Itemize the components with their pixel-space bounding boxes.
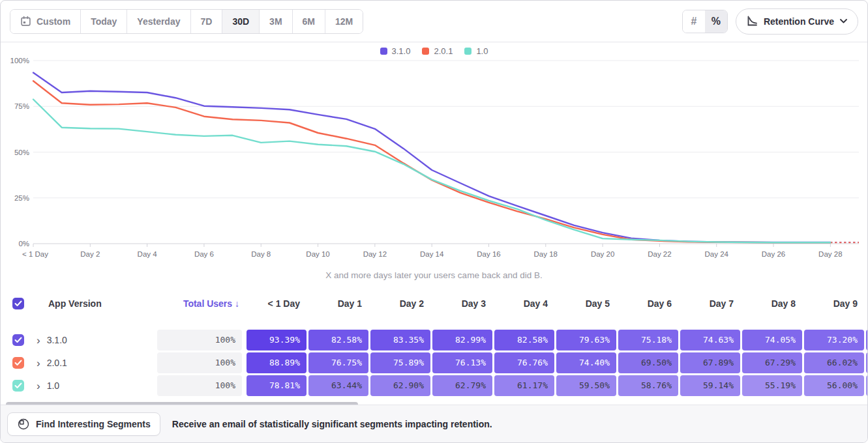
retention-cell[interactable]: 67.89% (680, 352, 740, 373)
legend-item-1.0[interactable]: 1.0 (464, 46, 488, 56)
row-checkbox-3.1.0[interactable] (12, 334, 24, 346)
app-version-label: 2.0.1 (47, 358, 67, 368)
total-users-cell: 100% (157, 352, 242, 373)
retention-cell[interactable]: 75.18% (618, 330, 678, 350)
select-all-checkbox[interactable] (12, 298, 24, 309)
row-checkbox-1.0[interactable] (12, 380, 24, 392)
total-users-cell: 100% (157, 330, 242, 350)
chart-section: 3.1.02.0.11.0 0%25%50%75%100%< 1 DayDay … (1, 42, 867, 287)
retention-cell[interactable]: 74.40% (556, 352, 616, 373)
x-axis-label: Day 2 (80, 250, 100, 258)
check-icon (14, 300, 22, 307)
column-header-day-9[interactable]: Day 9 (802, 298, 864, 309)
x-axis-label: Day 8 (251, 250, 271, 258)
expand-row-chevron[interactable]: › (37, 335, 40, 346)
date-range-3m[interactable]: 3M (260, 10, 292, 33)
footer-bar: Find Interesting Segments Receive an ema… (1, 405, 867, 442)
footer-message: Receive an email of statistically signif… (172, 419, 492, 429)
retention-cell[interactable]: 63.44% (308, 375, 368, 396)
retention-cell[interactable]: 56.00% (804, 375, 864, 396)
column-header-day-1[interactable]: Day 1 (307, 298, 368, 309)
column-header-day-2[interactable]: Day 2 (368, 298, 430, 309)
retention-cell[interactable]: 82.58% (494, 330, 554, 350)
x-axis-label: Day 4 (138, 250, 158, 258)
y-axis-label: 50% (14, 149, 29, 156)
line-series-1.0[interactable] (33, 100, 830, 243)
column-header-day-4[interactable]: Day 4 (492, 298, 554, 309)
x-axis-label: Day 10 (306, 250, 329, 258)
check-icon (14, 360, 22, 366)
column-header-day-6[interactable]: Day 6 (616, 298, 678, 309)
row-checkbox-2.0.1[interactable] (12, 357, 24, 369)
retention-cell[interactable]: 88.89% (247, 352, 307, 373)
chart-legend: 3.1.02.0.11.0 (1, 46, 867, 56)
legend-label: 2.0.1 (434, 46, 453, 56)
legend-item-3.1.0[interactable]: 3.1.0 (380, 46, 411, 56)
retention-cell[interactable]: 58.76% (618, 375, 678, 396)
retention-cell[interactable]: 78.81% (247, 375, 307, 396)
retention-cell[interactable]: 93.39% (247, 330, 307, 350)
x-axis-label: Day 28 (818, 250, 842, 258)
column-header-day-5[interactable]: Day 5 (554, 298, 616, 309)
retention-cell[interactable]: 82.99% (432, 330, 492, 350)
x-axis-label: Day 20 (591, 250, 614, 258)
retention-cell[interactable]: 59.14% (680, 375, 740, 396)
date-range-12m[interactable]: 12M (325, 10, 363, 33)
chevron-down-icon (840, 19, 847, 23)
table-row-2.0.1: ›2.0.1100%88.89%76.75%75.89%76.13%76.76%… (1, 352, 867, 373)
date-range-custom[interactable]: Custom (10, 10, 81, 33)
chart-type-dropdown[interactable]: Retention Curve (736, 8, 858, 35)
legend-label: 3.1.0 (392, 46, 411, 56)
retention-cell[interactable]: 79.63% (556, 330, 616, 350)
retention-cell[interactable]: 55.19% (742, 375, 802, 396)
app-version-label: 1.0 (47, 380, 59, 391)
line-series-2.0.1[interactable] (33, 81, 830, 242)
expand-row-chevron[interactable]: › (37, 380, 40, 392)
date-range-today[interactable]: Today (81, 10, 127, 33)
retention-cell[interactable]: 74.63% (680, 330, 740, 350)
date-range-6m[interactable]: 6M (293, 10, 325, 33)
retention-report: CustomTodayYesterday7D30D3M6M12M #% Rete… (0, 0, 868, 443)
date-range-30d[interactable]: 30D (222, 10, 260, 33)
retention-cell[interactable]: 73.20% (804, 330, 864, 350)
retention-cell[interactable]: 76.75% (308, 352, 368, 373)
retention-cell[interactable]: 75.89% (370, 352, 430, 373)
retention-cell[interactable]: 76.13% (432, 352, 492, 373)
find-interesting-segments-button[interactable]: Find Interesting Segments (7, 412, 160, 436)
retention-table: App Version Total Users ↓ < 1 DayDay 1Da… (1, 287, 867, 412)
legend-swatch (380, 48, 387, 55)
line-series-3.1.0[interactable] (33, 73, 830, 242)
find-interesting-segments-label: Find Interesting Segments (36, 419, 151, 429)
percentage-toggle[interactable]: % (705, 10, 727, 33)
date-range-7d[interactable]: 7D (191, 10, 223, 33)
check-icon (14, 382, 22, 389)
date-range-yesterday[interactable]: Yesterday (127, 10, 190, 33)
column-header-day-8[interactable]: Day 8 (740, 298, 802, 309)
y-axis-label: 0% (18, 240, 29, 248)
column-header-total-users[interactable]: Total Users ↓ (157, 298, 242, 309)
sort-descending-icon: ↓ (235, 298, 239, 309)
column-header-day-7[interactable]: Day 7 (678, 298, 740, 309)
absolute-numbers-toggle[interactable]: # (683, 10, 705, 33)
expand-row-chevron[interactable]: › (37, 358, 40, 369)
x-axis-label: Day 18 (534, 250, 558, 258)
table-header-row: App Version Total Users ↓ < 1 DayDay 1Da… (1, 287, 867, 319)
retention-cell[interactable]: 62.90% (370, 375, 430, 396)
retention-cell[interactable]: 66.02% (804, 352, 864, 373)
retention-cell[interactable]: 69.50% (618, 352, 678, 373)
retention-cell[interactable]: 67.29% (742, 352, 802, 373)
retention-cell[interactable]: 82.58% (308, 330, 368, 350)
x-axis-label: Day 12 (363, 250, 387, 258)
retention-cell[interactable]: 74.05% (742, 330, 802, 350)
legend-item-2.0.1[interactable]: 2.0.1 (422, 46, 453, 56)
table-row-1.0: ›1.0100%78.81%63.44%62.90%62.79%61.17%59… (1, 375, 867, 396)
retention-cell[interactable]: 59.50% (556, 375, 616, 396)
retention-cell[interactable]: 61.17% (494, 375, 554, 396)
column-header-day-3[interactable]: Day 3 (430, 298, 492, 309)
table-row-3.1.0: ›3.1.0100%93.39%82.58%83.35%82.99%82.58%… (1, 330, 867, 350)
retention-cell[interactable]: 62.79% (432, 375, 492, 396)
retention-cell[interactable]: 76.76% (494, 352, 554, 373)
retention-cell[interactable]: 83.35% (370, 330, 430, 350)
column-header-1-day[interactable]: < 1 Day (245, 298, 307, 309)
y-axis-label: 100% (10, 57, 29, 64)
